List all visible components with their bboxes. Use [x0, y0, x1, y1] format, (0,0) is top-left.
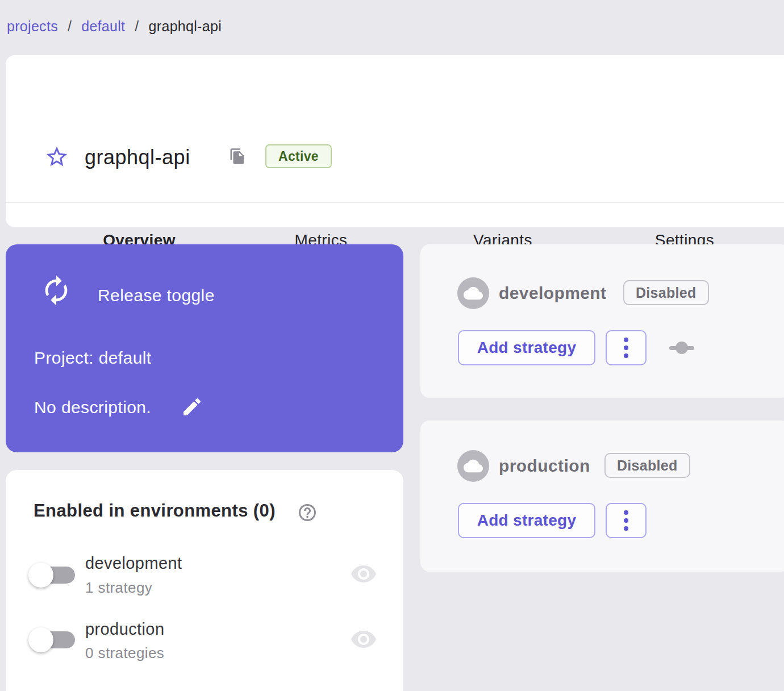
enabled-environments-card: Enabled in environments (0) development … — [6, 470, 403, 691]
enabled-environments-title: Enabled in environments (0) — [34, 501, 276, 521]
eye-icon[interactable] — [350, 565, 377, 585]
kebab-dot — [624, 510, 628, 515]
kebab-menu-button[interactable] — [606, 503, 647, 538]
breadcrumb-current: graphql-api — [149, 18, 222, 35]
toggle-knob — [28, 563, 53, 588]
autorenew-icon — [40, 274, 73, 307]
environment-row-label: production — [85, 620, 164, 639]
breadcrumb-separator: / — [68, 18, 72, 35]
toggle-project-label: Project: default — [34, 348, 152, 368]
copy-icon[interactable] — [229, 147, 246, 166]
feature-title-row: graphql-api Active — [6, 55, 784, 147]
environment-name: production — [499, 456, 590, 476]
breadcrumb-separator: / — [135, 18, 139, 35]
kebab-dot — [624, 353, 628, 358]
toggle-description: No description. — [34, 398, 151, 417]
status-badge: Active — [265, 144, 332, 168]
environment-status-badge: Disabled — [604, 453, 690, 478]
environment-avatar — [457, 450, 489, 482]
feature-header-card: graphql-api Active Overview Metrics Vari… — [6, 55, 784, 227]
environment-status-badge: Disabled — [623, 280, 709, 305]
environment-row-strategies: 0 strategies — [85, 644, 164, 662]
kebab-menu-button[interactable] — [606, 330, 647, 365]
page-title: graphql-api — [85, 145, 190, 169]
environment-toggle-development[interactable] — [28, 563, 76, 588]
cloud-icon — [464, 284, 483, 303]
environment-card-development: development Disabled Add strategy — [420, 244, 784, 398]
feature-toggle-page: projects / default / graphql-api graphql… — [0, 0, 784, 691]
breadcrumb-projects-link[interactable]: projects — [7, 18, 58, 35]
kebab-dot — [624, 346, 628, 350]
environment-card-production: production Disabled Add strategy — [420, 421, 784, 572]
environment-name: development — [499, 284, 606, 303]
help-icon[interactable] — [297, 502, 318, 523]
favorite-star-icon[interactable] — [44, 144, 69, 169]
kebab-dot — [624, 526, 628, 531]
environment-avatar — [457, 277, 489, 309]
environment-toggle-production[interactable] — [28, 627, 76, 652]
add-strategy-button[interactable]: Add strategy — [458, 330, 595, 365]
breadcrumb: projects / default / graphql-api — [7, 16, 222, 36]
slider-icon[interactable] — [669, 339, 694, 357]
cloud-icon — [464, 456, 483, 476]
breadcrumb-default-link[interactable]: default — [81, 18, 125, 35]
toggle-info-card: Release toggle Project: default No descr… — [6, 244, 403, 452]
slider-knob — [675, 342, 688, 354]
edit-pencil-icon[interactable] — [181, 396, 203, 418]
toggle-type-label: Release toggle — [98, 286, 215, 305]
add-strategy-button[interactable]: Add strategy — [458, 503, 595, 538]
environment-row-label: development — [85, 554, 182, 573]
kebab-dot — [624, 518, 628, 523]
kebab-dot — [624, 338, 628, 342]
environment-row-strategies: 1 strategy — [85, 579, 152, 597]
toggle-knob — [28, 627, 53, 652]
eye-icon[interactable] — [350, 631, 377, 650]
